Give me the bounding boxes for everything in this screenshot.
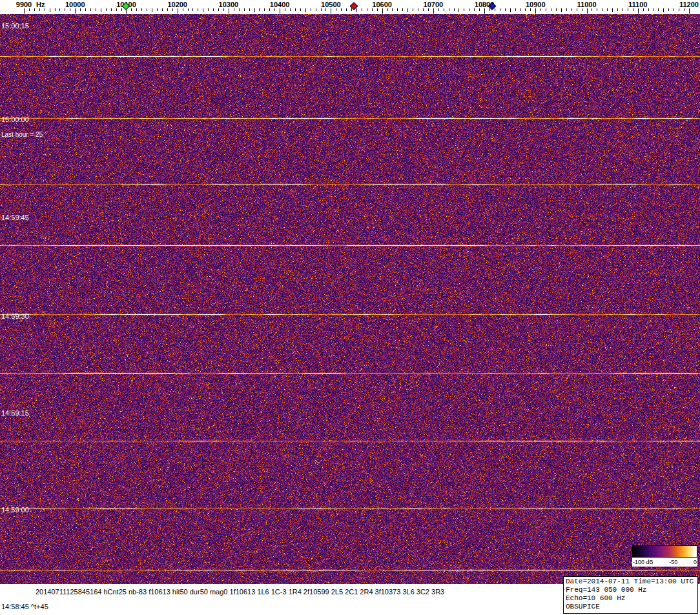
ruler-tick — [556, 8, 557, 11]
ruler-tick — [479, 8, 480, 11]
ruler-tick — [423, 8, 424, 11]
ruler-tick — [592, 8, 592, 11]
ruler-tick — [505, 8, 506, 11]
ruler-tick — [469, 8, 469, 11]
ruler-tick — [85, 8, 86, 11]
detection-annotation: 20140711125845164 hCnt25 nb-83 f10613 hi… — [36, 588, 444, 596]
ruler-tick — [407, 8, 408, 12]
ruler-tick — [668, 8, 669, 11]
ruler-tick — [59, 8, 60, 11]
bottom-left-time: 14:58:45 ^t+45 — [1, 603, 48, 610]
ruler-tick — [101, 8, 101, 12]
ruler-tick — [520, 8, 521, 11]
ruler-tick — [540, 8, 541, 11]
freq-tick-label: 11100 — [628, 1, 647, 8]
ruler-tick — [208, 8, 209, 11]
ruler-tick — [34, 8, 35, 11]
ruler-tick — [397, 8, 398, 11]
info-date-time: Date=2014-07-11 Time=13:00 UTC — [566, 578, 695, 586]
ruler-tick — [55, 8, 56, 11]
ruler-tick — [515, 8, 516, 11]
ruler-tick — [65, 8, 65, 11]
ruler-tick — [39, 8, 40, 11]
color-scale-max-label: 0 — [694, 559, 697, 565]
info-frequency: Freq=143 050 000 Hz — [566, 586, 695, 594]
ruler-tick — [484, 8, 485, 14]
ruler-tick — [192, 8, 193, 11]
freq-tick-label: 9900 — [16, 1, 32, 8]
color-scale-gradient — [632, 545, 697, 558]
freq-tick-label: 10300 — [219, 1, 239, 8]
color-scale-legend: -100 dB -50 0 — [632, 545, 697, 567]
freq-tick-label: 10900 — [526, 1, 546, 8]
ruler-tick — [577, 8, 577, 11]
ruler-tick — [464, 8, 464, 11]
ruler-tick — [679, 8, 679, 11]
ruler-tick — [418, 8, 418, 11]
ruler-tick — [254, 8, 255, 12]
ruler-tick — [213, 8, 214, 11]
ruler-tick — [203, 8, 203, 12]
ruler-tick — [162, 8, 163, 11]
ruler-tick — [121, 8, 122, 11]
ruler-tick — [259, 8, 260, 11]
freq-tick-label: 11000 — [577, 1, 597, 8]
ruler-tick — [131, 8, 132, 11]
info-echo-frequency: Echo=10 600 Hz — [566, 594, 695, 603]
frequency-axis: Hz 9900100001010010200103001040010500106… — [0, 0, 700, 14]
ruler-tick — [229, 8, 229, 14]
ruler-tick — [500, 8, 500, 11]
freq-tick-label: 10400 — [270, 1, 290, 8]
ruler-tick — [377, 8, 378, 11]
ruler-tick — [382, 8, 383, 14]
info-station-name: OBSUPICE — [566, 603, 695, 611]
ruler-tick — [643, 8, 644, 11]
ruler-tick — [198, 8, 198, 11]
freq-unit-label: Hz — [36, 1, 45, 8]
ruler-tick — [561, 8, 562, 12]
freq-tick-label: 10600 — [372, 1, 392, 8]
ruler-tick — [147, 8, 147, 11]
ruler-tick — [136, 8, 137, 11]
ruler-tick — [658, 8, 659, 11]
ruler-tick — [96, 8, 96, 11]
ruler-tick — [106, 8, 107, 11]
ruler-tick — [29, 8, 30, 11]
ruler-tick — [172, 8, 173, 11]
ruler-tick — [141, 8, 142, 11]
ruler-tick — [654, 8, 654, 11]
ruler-tick — [582, 8, 582, 11]
ruler-tick — [617, 8, 618, 11]
ruler-tick — [454, 8, 455, 11]
color-scale-mid-label: -50 — [669, 559, 677, 565]
ruler-tick — [234, 8, 234, 11]
ruler-tick — [346, 8, 347, 11]
ruler-tick — [45, 8, 45, 11]
ruler-tick — [90, 8, 91, 11]
ruler-tick — [280, 8, 280, 14]
ruler-tick — [300, 8, 301, 11]
ruler-tick — [510, 8, 511, 12]
ruler-tick — [413, 8, 413, 11]
ruler-tick — [602, 8, 602, 11]
ruler-tick — [331, 8, 331, 14]
ruler-tick — [372, 8, 373, 11]
spectrogram-canvas[interactable] — [0, 14, 700, 584]
ruler-tick — [116, 8, 117, 11]
ruler-tick — [244, 8, 245, 11]
ruler-tick — [223, 8, 224, 11]
ruler-tick — [80, 8, 81, 11]
ruler-tick — [249, 8, 250, 11]
ruler-tick — [438, 8, 439, 11]
ruler-tick — [449, 8, 449, 11]
ruler-tick — [444, 8, 444, 11]
ruler-tick — [458, 8, 459, 12]
ruler-tick — [362, 8, 362, 11]
ruler-tick — [623, 8, 623, 11]
ruler-tick — [356, 8, 357, 12]
ruler-tick — [535, 8, 536, 14]
ruler-tick — [525, 8, 526, 11]
ruler-tick — [183, 8, 183, 11]
ruler-tick — [75, 8, 76, 14]
ruler-tick — [551, 8, 551, 11]
